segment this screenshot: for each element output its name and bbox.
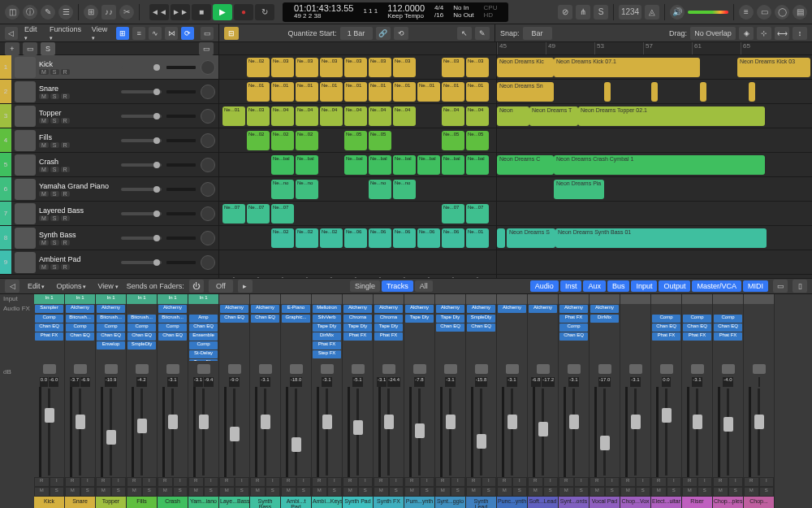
loop-cell[interactable]: Ne...03	[442, 58, 464, 77]
rec-arm[interactable]: R	[34, 477, 50, 487]
strip-name[interactable]: Ambi...t Pad	[281, 497, 311, 508]
rec-arm[interactable]: R	[435, 477, 451, 487]
loop-cell[interactable]: Ne...05	[369, 131, 391, 150]
fx-slot[interactable]: Chan EQ	[714, 323, 742, 332]
global-solo[interactable]: S	[41, 42, 55, 55]
mute[interactable]: M	[590, 487, 605, 497]
mixer-wide[interactable]: ▭	[773, 280, 788, 293]
region[interactable]: Neon Dreams Kick 07.1	[554, 58, 700, 77]
mute-button[interactable]: M	[39, 93, 49, 99]
strip-name[interactable]: Fills	[127, 497, 157, 508]
rec-arm[interactable]: R	[590, 477, 605, 487]
loop-cell[interactable]: Ne...bal	[442, 155, 464, 175]
track-header[interactable]: 4 Fills MSR	[0, 128, 218, 153]
scene-trigger[interactable]: ⌃6	[344, 275, 367, 278]
region[interactable]: Neon Dreams Crash Cymbal 1	[554, 155, 765, 175]
view-menu[interactable]: View	[89, 24, 113, 43]
count-in-button[interactable]: 1234	[619, 5, 641, 20]
timeline-track[interactable]: Neon Dreams Sn	[497, 80, 812, 104]
fader[interactable]	[713, 387, 743, 477]
mute-button[interactable]: M	[39, 142, 49, 148]
solo[interactable]: S	[296, 487, 312, 497]
loop-cell[interactable]: Ne...02	[271, 131, 294, 150]
input-slot[interactable]	[404, 294, 434, 304]
strip-name[interactable]: Synt...ggio	[435, 497, 465, 508]
scene-trigger[interactable]: ⌃11	[466, 275, 489, 278]
vol-slider[interactable]	[121, 237, 162, 240]
mute-button[interactable]: M	[39, 69, 49, 75]
fx-slot[interactable]: Comp	[683, 315, 711, 323]
vol-slider[interactable]	[121, 115, 162, 118]
loop-cell[interactable]	[442, 180, 464, 199]
fx-slot[interactable]: DirMix	[590, 315, 619, 323]
tl-btn-2[interactable]: ⊹	[757, 27, 771, 40]
notes-button[interactable]: ▭	[757, 5, 771, 20]
list-button[interactable]: ≡	[739, 5, 754, 20]
rec-button[interactable]: R	[61, 93, 70, 99]
input-slot[interactable]	[528, 294, 558, 304]
rec-arm[interactable]: R	[497, 477, 512, 487]
loop-cell[interactable]: Ne...bal	[296, 155, 318, 175]
solo-button[interactable]: S	[50, 118, 59, 124]
fx-slot[interactable]: SilvVerb	[313, 315, 341, 323]
mute[interactable]: M	[713, 487, 728, 497]
solo[interactable]: S	[266, 487, 281, 497]
fx-slot[interactable]: Comp	[714, 315, 742, 323]
strip-name[interactable]: Synth FX	[374, 497, 404, 508]
loop-cell[interactable]: Ne...02	[296, 228, 318, 248]
fader[interactable]	[343, 387, 373, 477]
automation-button[interactable]: ⟳	[181, 27, 194, 40]
input-slot[interactable]	[559, 294, 589, 304]
fx-slot[interactable]: SmpleDly	[127, 341, 156, 350]
loop-cell[interactable]: Ne...03	[271, 58, 294, 77]
master-volume[interactable]	[688, 11, 728, 14]
drag-value[interactable]: No Overlap	[690, 27, 736, 40]
strip-name[interactable]: Soft...Lead	[528, 497, 558, 508]
scene-trigger[interactable]: ⌃3	[271, 275, 294, 278]
region[interactable]: Neon Dreams Pia	[554, 180, 604, 199]
loop-cell[interactable]	[417, 58, 440, 77]
fx-slot[interactable]: Step FX	[313, 350, 341, 358]
fader[interactable]	[127, 387, 157, 477]
fx-slot[interactable]: Bitcrush...	[66, 315, 94, 323]
solo[interactable]: S	[667, 487, 682, 497]
fx-slot[interactable]: Phat FX	[343, 332, 372, 341]
scene-trigger[interactable]: ⌃1	[222, 275, 245, 278]
scene-trigger[interactable]: ⌃5	[320, 275, 343, 278]
play-button[interactable]: ▶	[213, 4, 232, 20]
mute[interactable]: M	[682, 487, 698, 497]
region[interactable]	[749, 82, 755, 102]
solo[interactable]: S	[728, 487, 744, 497]
region[interactable]	[700, 82, 706, 102]
fx-slot[interactable]: SmpleDly	[467, 315, 495, 323]
solo[interactable]: S	[482, 487, 497, 497]
input-slot[interactable]	[620, 294, 650, 304]
loop-cell[interactable]: Ne...04	[393, 106, 416, 126]
pan-knob[interactable]	[201, 158, 215, 172]
fader[interactable]	[682, 387, 712, 477]
loop-cell[interactable]: Ne...06	[369, 228, 391, 248]
strip-name[interactable]: Pum...ynth	[404, 497, 434, 508]
input-mon[interactable]: I	[667, 477, 682, 487]
solo-button[interactable]: S	[50, 167, 59, 172]
rewind-button[interactable]: ◄◄	[149, 4, 169, 20]
stop-button[interactable]: ■	[192, 4, 211, 20]
tuner-button[interactable]: ⋔	[576, 5, 590, 20]
mixer-tab[interactable]: Tracks	[382, 280, 413, 292]
fader[interactable]	[374, 387, 404, 477]
input-mon[interactable]: I	[543, 477, 559, 487]
mixer-nav[interactable]: ▸	[238, 280, 253, 293]
fx-slot[interactable]: Phat FX	[374, 332, 403, 341]
strip-name[interactable]: Chop...ples	[713, 497, 743, 508]
solo[interactable]: S	[605, 487, 620, 497]
fader[interactable]	[435, 387, 465, 477]
strip-name[interactable]: Riser	[682, 497, 712, 508]
loop-cell[interactable]	[271, 253, 294, 272]
strip-name[interactable]: Crash	[158, 497, 188, 508]
loop-cell[interactable]: Ne...bal	[466, 155, 489, 175]
loop-cell[interactable]: Ne...bal	[417, 155, 440, 175]
instrument-slot[interactable]: Alchemy	[590, 305, 619, 313]
fader[interactable]	[466, 387, 496, 477]
instrument-slot[interactable]: Alchemy	[158, 305, 187, 313]
functions-menu[interactable]: Functions	[46, 24, 85, 43]
